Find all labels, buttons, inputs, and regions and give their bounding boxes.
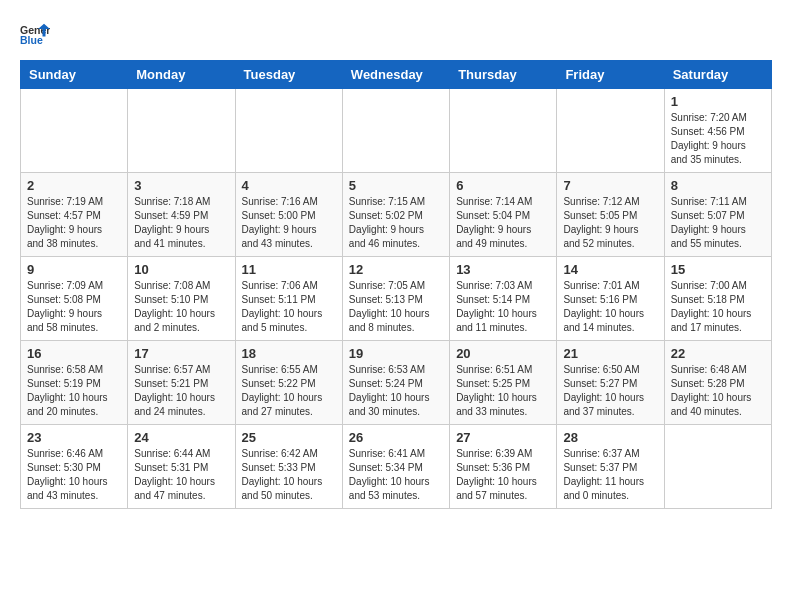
day-number: 17 [134,346,228,361]
calendar-cell: 26Sunrise: 6:41 AM Sunset: 5:34 PM Dayli… [342,425,449,509]
calendar-cell: 12Sunrise: 7:05 AM Sunset: 5:13 PM Dayli… [342,257,449,341]
day-number: 10 [134,262,228,277]
calendar-cell [128,89,235,173]
calendar-cell: 13Sunrise: 7:03 AM Sunset: 5:14 PM Dayli… [450,257,557,341]
day-number: 15 [671,262,765,277]
logo-icon: General Blue [20,20,50,50]
calendar-cell: 14Sunrise: 7:01 AM Sunset: 5:16 PM Dayli… [557,257,664,341]
day-number: 24 [134,430,228,445]
day-info: Sunrise: 6:55 AM Sunset: 5:22 PM Dayligh… [242,363,336,419]
day-info: Sunrise: 7:18 AM Sunset: 4:59 PM Dayligh… [134,195,228,251]
calendar-cell: 23Sunrise: 6:46 AM Sunset: 5:30 PM Dayli… [21,425,128,509]
day-info: Sunrise: 6:57 AM Sunset: 5:21 PM Dayligh… [134,363,228,419]
calendar-cell: 16Sunrise: 6:58 AM Sunset: 5:19 PM Dayli… [21,341,128,425]
calendar-cell: 3Sunrise: 7:18 AM Sunset: 4:59 PM Daylig… [128,173,235,257]
calendar-cell [664,425,771,509]
calendar-cell: 28Sunrise: 6:37 AM Sunset: 5:37 PM Dayli… [557,425,664,509]
day-info: Sunrise: 7:05 AM Sunset: 5:13 PM Dayligh… [349,279,443,335]
calendar-cell: 7Sunrise: 7:12 AM Sunset: 5:05 PM Daylig… [557,173,664,257]
day-info: Sunrise: 6:48 AM Sunset: 5:28 PM Dayligh… [671,363,765,419]
day-info: Sunrise: 7:09 AM Sunset: 5:08 PM Dayligh… [27,279,121,335]
calendar-cell: 21Sunrise: 6:50 AM Sunset: 5:27 PM Dayli… [557,341,664,425]
day-number: 16 [27,346,121,361]
calendar-week-5: 23Sunrise: 6:46 AM Sunset: 5:30 PM Dayli… [21,425,772,509]
calendar-header-monday: Monday [128,61,235,89]
calendar-cell: 1Sunrise: 7:20 AM Sunset: 4:56 PM Daylig… [664,89,771,173]
calendar-cell: 8Sunrise: 7:11 AM Sunset: 5:07 PM Daylig… [664,173,771,257]
calendar-cell [557,89,664,173]
day-number: 8 [671,178,765,193]
calendar-header-row: SundayMondayTuesdayWednesdayThursdayFrid… [21,61,772,89]
calendar-cell: 15Sunrise: 7:00 AM Sunset: 5:18 PM Dayli… [664,257,771,341]
day-number: 20 [456,346,550,361]
day-number: 3 [134,178,228,193]
day-number: 19 [349,346,443,361]
day-info: Sunrise: 7:16 AM Sunset: 5:00 PM Dayligh… [242,195,336,251]
day-number: 27 [456,430,550,445]
day-number: 13 [456,262,550,277]
calendar-cell [21,89,128,173]
calendar-header-saturday: Saturday [664,61,771,89]
day-info: Sunrise: 6:42 AM Sunset: 5:33 PM Dayligh… [242,447,336,503]
day-number: 25 [242,430,336,445]
day-info: Sunrise: 7:20 AM Sunset: 4:56 PM Dayligh… [671,111,765,167]
day-info: Sunrise: 6:37 AM Sunset: 5:37 PM Dayligh… [563,447,657,503]
calendar-header-thursday: Thursday [450,61,557,89]
calendar-cell: 2Sunrise: 7:19 AM Sunset: 4:57 PM Daylig… [21,173,128,257]
calendar-cell: 17Sunrise: 6:57 AM Sunset: 5:21 PM Dayli… [128,341,235,425]
calendar-week-4: 16Sunrise: 6:58 AM Sunset: 5:19 PM Dayli… [21,341,772,425]
calendar-cell: 4Sunrise: 7:16 AM Sunset: 5:00 PM Daylig… [235,173,342,257]
calendar-cell: 22Sunrise: 6:48 AM Sunset: 5:28 PM Dayli… [664,341,771,425]
calendar-header-wednesday: Wednesday [342,61,449,89]
day-info: Sunrise: 7:03 AM Sunset: 5:14 PM Dayligh… [456,279,550,335]
day-info: Sunrise: 6:44 AM Sunset: 5:31 PM Dayligh… [134,447,228,503]
day-info: Sunrise: 7:19 AM Sunset: 4:57 PM Dayligh… [27,195,121,251]
day-info: Sunrise: 6:39 AM Sunset: 5:36 PM Dayligh… [456,447,550,503]
day-number: 4 [242,178,336,193]
day-info: Sunrise: 6:46 AM Sunset: 5:30 PM Dayligh… [27,447,121,503]
day-info: Sunrise: 6:58 AM Sunset: 5:19 PM Dayligh… [27,363,121,419]
day-number: 23 [27,430,121,445]
day-number: 6 [456,178,550,193]
calendar-cell: 20Sunrise: 6:51 AM Sunset: 5:25 PM Dayli… [450,341,557,425]
calendar-week-3: 9Sunrise: 7:09 AM Sunset: 5:08 PM Daylig… [21,257,772,341]
day-number: 18 [242,346,336,361]
day-info: Sunrise: 7:15 AM Sunset: 5:02 PM Dayligh… [349,195,443,251]
day-number: 5 [349,178,443,193]
day-info: Sunrise: 7:08 AM Sunset: 5:10 PM Dayligh… [134,279,228,335]
calendar-cell [342,89,449,173]
day-number: 1 [671,94,765,109]
day-info: Sunrise: 6:53 AM Sunset: 5:24 PM Dayligh… [349,363,443,419]
day-info: Sunrise: 7:01 AM Sunset: 5:16 PM Dayligh… [563,279,657,335]
day-number: 22 [671,346,765,361]
calendar-cell: 25Sunrise: 6:42 AM Sunset: 5:33 PM Dayli… [235,425,342,509]
day-number: 14 [563,262,657,277]
calendar-cell: 18Sunrise: 6:55 AM Sunset: 5:22 PM Dayli… [235,341,342,425]
logo: General Blue [20,20,50,50]
svg-text:Blue: Blue [20,34,43,46]
calendar-week-2: 2Sunrise: 7:19 AM Sunset: 4:57 PM Daylig… [21,173,772,257]
calendar-cell: 11Sunrise: 7:06 AM Sunset: 5:11 PM Dayli… [235,257,342,341]
day-info: Sunrise: 6:41 AM Sunset: 5:34 PM Dayligh… [349,447,443,503]
calendar-cell: 6Sunrise: 7:14 AM Sunset: 5:04 PM Daylig… [450,173,557,257]
day-number: 7 [563,178,657,193]
calendar-header-tuesday: Tuesday [235,61,342,89]
calendar-cell: 27Sunrise: 6:39 AM Sunset: 5:36 PM Dayli… [450,425,557,509]
day-number: 2 [27,178,121,193]
day-info: Sunrise: 6:50 AM Sunset: 5:27 PM Dayligh… [563,363,657,419]
calendar-cell [235,89,342,173]
day-number: 11 [242,262,336,277]
day-number: 28 [563,430,657,445]
calendar-header-friday: Friday [557,61,664,89]
day-number: 12 [349,262,443,277]
day-info: Sunrise: 7:12 AM Sunset: 5:05 PM Dayligh… [563,195,657,251]
calendar-week-1: 1Sunrise: 7:20 AM Sunset: 4:56 PM Daylig… [21,89,772,173]
calendar-cell: 9Sunrise: 7:09 AM Sunset: 5:08 PM Daylig… [21,257,128,341]
calendar-cell [450,89,557,173]
calendar-cell: 10Sunrise: 7:08 AM Sunset: 5:10 PM Dayli… [128,257,235,341]
calendar-cell: 19Sunrise: 6:53 AM Sunset: 5:24 PM Dayli… [342,341,449,425]
day-info: Sunrise: 7:00 AM Sunset: 5:18 PM Dayligh… [671,279,765,335]
calendar-header-sunday: Sunday [21,61,128,89]
header: General Blue [20,20,772,50]
day-info: Sunrise: 6:51 AM Sunset: 5:25 PM Dayligh… [456,363,550,419]
